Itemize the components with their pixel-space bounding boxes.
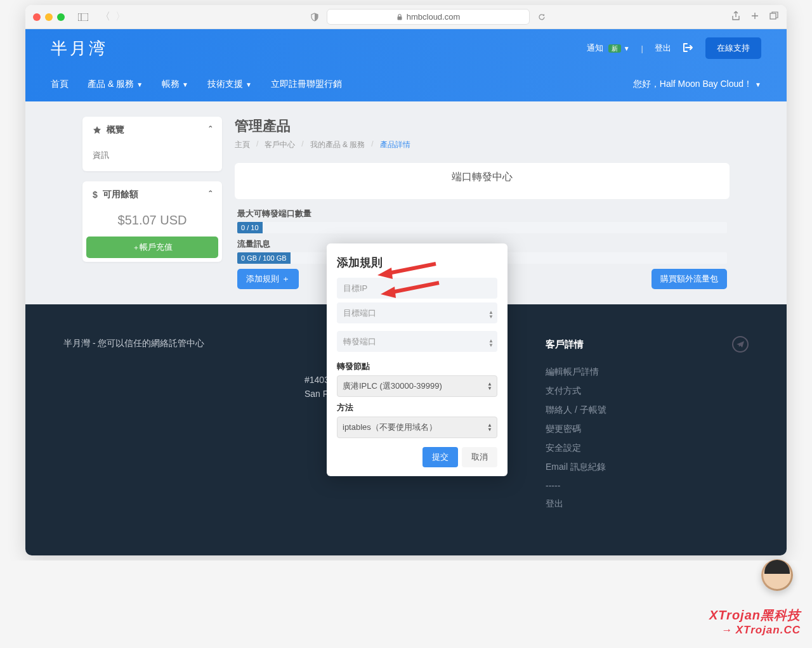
support-button[interactable]: 在線支持 bbox=[705, 37, 761, 59]
shield-icon[interactable] bbox=[308, 11, 322, 23]
page-title: 管理產品 bbox=[235, 117, 730, 139]
window-controls bbox=[33, 13, 65, 21]
tabs-icon[interactable] bbox=[769, 11, 779, 23]
nav-products[interactable]: 產品 & 服務 ▼ bbox=[88, 79, 143, 90]
minimize-window-button[interactable] bbox=[45, 13, 53, 21]
cancel-button[interactable]: 取消 bbox=[462, 447, 497, 467]
annotation-arrow-2 bbox=[369, 276, 445, 304]
footer-link-contacts[interactable]: 聯絡人 / 子帳號 bbox=[546, 405, 749, 416]
nav-support[interactable]: 技術支援 ▼ bbox=[207, 79, 252, 90]
svg-rect-4 bbox=[770, 13, 776, 19]
user-greeting[interactable]: 您好，Half Moon Bay Cloud！ ▼ bbox=[633, 79, 761, 90]
telegram-icon[interactable] bbox=[732, 336, 749, 353]
balance-toggle[interactable]: $ 可用餘額 ˆ bbox=[82, 181, 222, 208]
new-tab-icon[interactable] bbox=[750, 11, 760, 23]
breadcrumb: 主頁/ 客戶中心/ 我的產品 & 服務/ 產品詳情 bbox=[235, 139, 730, 163]
breadcrumb-current: 產品詳情 bbox=[380, 139, 410, 150]
svg-marker-9 bbox=[381, 287, 396, 298]
browser-window: 〈 〉 hmbcloud.com 半月湾 通知 bbox=[25, 5, 787, 555]
svg-line-6 bbox=[385, 264, 436, 274]
brand-logo[interactable]: 半月湾 bbox=[51, 37, 108, 60]
node-label: 轉發節點 bbox=[337, 361, 497, 372]
svg-rect-0 bbox=[78, 13, 88, 21]
svg-line-8 bbox=[388, 283, 439, 293]
chat-avatar[interactable] bbox=[761, 559, 793, 561]
footer-link-divider: ----- bbox=[546, 481, 749, 491]
sidebar-toggle-icon[interactable] bbox=[76, 11, 90, 23]
method-label: 方法 bbox=[337, 402, 497, 413]
max-ports-label: 最大可轉發端口數量 bbox=[237, 208, 727, 219]
balance-card: $ 可用餘額 ˆ $51.07 USD ＋帳戶充值 bbox=[82, 181, 222, 262]
traffic-value: 0 GB / 100 GB bbox=[237, 252, 291, 264]
chevron-up-icon: ˆ bbox=[209, 190, 212, 200]
reload-icon[interactable] bbox=[535, 11, 549, 23]
forward-port-input[interactable] bbox=[337, 331, 497, 352]
maximize-window-button[interactable] bbox=[57, 13, 65, 21]
footer-link-logout[interactable]: 登出 bbox=[546, 498, 749, 510]
nav-home[interactable]: 首頁 bbox=[51, 79, 69, 90]
lock-icon bbox=[396, 13, 403, 20]
footer-link-security[interactable]: 安全設定 bbox=[546, 443, 749, 454]
add-rule-button[interactable]: 添加規則＋ bbox=[237, 269, 299, 289]
new-badge: 新 bbox=[608, 44, 621, 53]
titlebar: 〈 〉 hmbcloud.com bbox=[25, 5, 787, 29]
forward-button[interactable]: 〉 bbox=[115, 10, 126, 23]
share-icon[interactable] bbox=[731, 11, 741, 23]
breadcrumb-home[interactable]: 主頁 bbox=[235, 139, 250, 150]
back-button[interactable]: 〈 bbox=[100, 10, 110, 23]
port-forward-panel: 端口轉發中心 bbox=[235, 163, 730, 199]
overview-card: 概覽 ˆ 資訊 bbox=[82, 117, 222, 171]
site-header: 半月湾 通知 新 ▼ | 登出 在線支持 bbox=[25, 29, 787, 67]
address-bar[interactable]: hmbcloud.com bbox=[327, 9, 530, 25]
select-arrows-icon: ▲▼ bbox=[487, 423, 492, 432]
stepper-icon[interactable]: ▲▼ bbox=[488, 339, 494, 347]
ports-progress: 0 / 10 bbox=[237, 222, 727, 233]
overview-toggle[interactable]: 概覽 ˆ bbox=[82, 117, 222, 143]
logout-link[interactable]: 登出 bbox=[655, 42, 671, 54]
star-icon bbox=[93, 126, 102, 134]
logout-icon[interactable] bbox=[683, 42, 694, 55]
svg-marker-5 bbox=[93, 126, 101, 134]
ports-value: 0 / 10 bbox=[237, 222, 263, 233]
breadcrumb-client[interactable]: 客戶中心 bbox=[265, 139, 295, 150]
buy-traffic-button[interactable]: 購買額外流量包 bbox=[652, 269, 727, 289]
balance-label: 可用餘額 bbox=[103, 189, 138, 200]
url-text: hmbcloud.com bbox=[407, 12, 461, 22]
overview-label: 概覽 bbox=[107, 124, 124, 136]
client-details-title: 客戶詳情 bbox=[546, 339, 584, 351]
target-port-input[interactable] bbox=[337, 302, 497, 323]
chevron-up-icon: ˆ bbox=[209, 125, 212, 135]
method-select[interactable]: iptables（不要使用域名） bbox=[337, 417, 497, 438]
balance-amount: $51.07 USD bbox=[82, 208, 222, 237]
submit-button[interactable]: 提交 bbox=[422, 447, 458, 467]
footer-tagline: 半月灣 - 您可以信任的網絡託管中心 bbox=[63, 336, 266, 350]
nav-affiliate[interactable]: 立即註冊聯盟行銷 bbox=[271, 79, 342, 90]
node-select[interactable]: 廣港IPLC (選30000-39999) bbox=[337, 375, 497, 397]
panel-title: 端口轉發中心 bbox=[246, 167, 718, 190]
footer-link-edit[interactable]: 編輯帳戶詳情 bbox=[546, 366, 749, 378]
footer-link-payment[interactable]: 支付方式 bbox=[546, 386, 749, 397]
footer-link-email[interactable]: Email 訊息紀錄 bbox=[546, 462, 749, 473]
svg-rect-2 bbox=[397, 16, 402, 20]
overview-info[interactable]: 資訊 bbox=[82, 143, 222, 171]
nav-billing[interactable]: 帳務 ▼ bbox=[162, 79, 188, 90]
close-window-button[interactable] bbox=[33, 13, 41, 21]
stepper-icon[interactable]: ▲▼ bbox=[488, 310, 494, 319]
footer-link-password[interactable]: 變更密碼 bbox=[546, 424, 749, 435]
notification-link[interactable]: 通知 新 ▼ bbox=[587, 42, 629, 54]
main-nav: 首頁 產品 & 服務 ▼ 帳務 ▼ 技術支援 ▼ 立即註冊聯盟行銷 您好，Hal… bbox=[25, 67, 787, 101]
breadcrumb-products[interactable]: 我的產品 & 服務 bbox=[310, 139, 365, 150]
select-arrows-icon: ▲▼ bbox=[487, 382, 492, 391]
recharge-button[interactable]: ＋帳戶充值 bbox=[86, 237, 218, 258]
